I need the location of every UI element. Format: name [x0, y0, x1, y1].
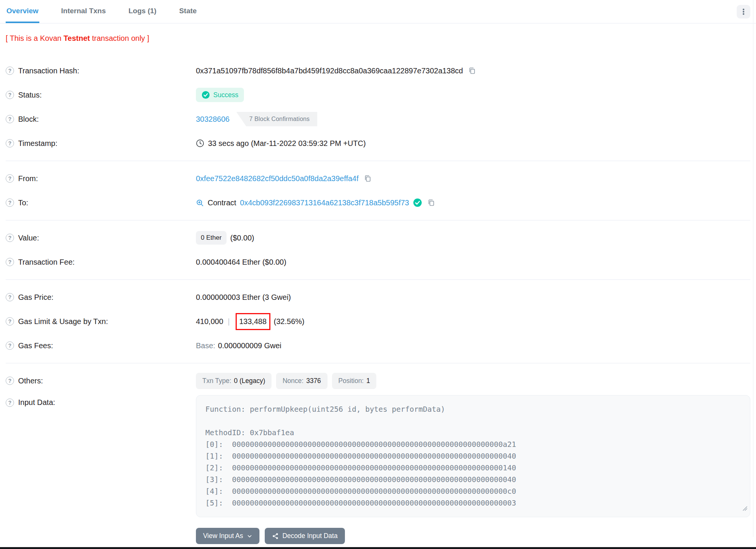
- gas-fees-label: Gas Fees:: [18, 341, 53, 350]
- transaction-fee-value: 0.000400464 Ether ($0.00): [196, 258, 286, 267]
- input-data-line: [2]: 00000000000000000000000000000000000…: [205, 462, 741, 474]
- transaction-fee-label: Transaction Fee:: [18, 258, 75, 267]
- row-to: To: Contract 0x4cb093f226983713164a62138…: [0, 191, 756, 215]
- chevron-down-icon: [247, 533, 252, 539]
- value-label: Value:: [18, 234, 39, 242]
- section-gas: Gas Price: 0.000000003 Ether (3 Gwei) Ga…: [0, 285, 756, 358]
- zoom-in-icon[interactable]: [196, 199, 204, 207]
- section-divider: [6, 363, 750, 363]
- tab-logs[interactable]: Logs (1): [128, 0, 157, 23]
- row-timestamp: Timestamp: 33 secs ago (Mar-11-2022 03:5…: [0, 131, 756, 155]
- help-icon: [6, 258, 14, 266]
- warning-prefix: [ This is a Kovan: [6, 34, 64, 42]
- status-badge: Success: [196, 88, 244, 102]
- input-data-line: [4]: 00000000000000000000000000000000000…: [205, 485, 741, 497]
- gas-limit-value: 410,000: [196, 317, 223, 326]
- row-from: From: 0xfee7522e8482682cf50ddc50a0f8da2a…: [0, 166, 756, 191]
- status-text: Success: [213, 91, 238, 99]
- from-label: From:: [18, 174, 38, 183]
- block-number-link[interactable]: 30328606: [196, 115, 230, 124]
- txn-type-badge: Txn Type: 0 (Legacy): [196, 373, 272, 389]
- transaction-details-page: Overview Internal Txns Logs (1) State [ …: [0, 0, 756, 549]
- decode-icon: [272, 533, 279, 540]
- tab-state[interactable]: State: [179, 0, 197, 23]
- row-gas-price: Gas Price: 0.000000003 Ether (3 Gwei): [0, 285, 756, 309]
- timestamp-label: Timestamp:: [18, 139, 57, 148]
- gas-price-label: Gas Price:: [18, 293, 53, 302]
- page-right-border: [753, 0, 753, 537]
- tab-overview[interactable]: Overview: [6, 0, 39, 23]
- clock-icon: [196, 139, 204, 147]
- copy-icon[interactable]: [364, 175, 371, 182]
- help-icon: [6, 317, 14, 326]
- help-icon: [6, 293, 14, 301]
- help-icon: [6, 91, 14, 99]
- transaction-hash-label: Transaction Hash:: [18, 67, 79, 75]
- to-contract-prefix: Contract: [208, 199, 236, 207]
- help-icon: [6, 399, 14, 407]
- warning-bold: Testnet: [64, 34, 90, 42]
- input-data-line: [5]: 00000000000000000000000000000000000…: [205, 497, 741, 509]
- kebab-menu-button[interactable]: [737, 5, 750, 19]
- row-others: Others: Txn Type: 0 (Legacy) Nonce: 3376…: [0, 369, 756, 393]
- others-label: Others:: [18, 377, 43, 385]
- input-data-line: [205, 415, 741, 427]
- decode-input-data-button[interactable]: Decode Input Data: [265, 528, 345, 544]
- row-transaction-hash: Transaction Hash: 0x371a51097fb78df856f8…: [0, 59, 756, 83]
- help-icon: [6, 115, 14, 123]
- gas-limit-label: Gas Limit & Usage by Txn:: [18, 317, 108, 326]
- section-divider: [6, 161, 750, 161]
- input-data-line: MethodID: 0x7bbaf1ea: [205, 427, 741, 439]
- section-divider: [6, 279, 750, 280]
- block-confirmations-badge: 7 Block Confirmations: [236, 112, 317, 126]
- help-icon: [6, 199, 14, 207]
- from-address-link[interactable]: 0xfee7522e8482682cf50ddc50a0f8da2a39effa…: [196, 174, 359, 183]
- bottom-edge-bar: [0, 547, 756, 549]
- gas-separator: |: [228, 317, 230, 326]
- row-transaction-fee: Transaction Fee: 0.000400464 Ether ($0.0…: [0, 250, 756, 274]
- check-circle-icon: [202, 91, 210, 99]
- gas-used-value-highlighted: 133,488: [236, 313, 270, 330]
- warning-suffix: transaction only ]: [90, 34, 149, 42]
- input-data-label: Input Data:: [18, 398, 55, 407]
- help-icon: [6, 341, 14, 350]
- timestamp-value: 33 secs ago (Mar-11-2022 03:59:32 PM +UT…: [208, 139, 366, 148]
- input-data-line: Function: performUpkeep(uint256 id, byte…: [205, 403, 741, 415]
- vertical-ellipsis-icon: [740, 8, 747, 16]
- help-icon: [6, 234, 14, 242]
- gas-fees-base-value: 0.000000009 Gwei: [218, 341, 281, 350]
- resize-handle-icon[interactable]: [742, 502, 747, 514]
- tab-internal-txns[interactable]: Internal Txns: [61, 0, 107, 23]
- help-icon: [6, 377, 14, 385]
- section-others-input: Others: Txn Type: 0 (Legacy) Nonce: 3376…: [0, 369, 756, 549]
- gas-fees-base-label: Base:: [196, 341, 215, 350]
- value-usd: ($0.00): [230, 234, 254, 242]
- gas-price-value: 0.000000003 Ether (3 Gwei): [196, 293, 291, 302]
- verified-check-icon: [413, 198, 422, 207]
- section-divider: [6, 220, 750, 220]
- copy-icon[interactable]: [427, 199, 435, 206]
- section-addresses: From: 0xfee7522e8482682cf50ddc50a0f8da2a…: [0, 166, 756, 215]
- view-input-as-button[interactable]: View Input As: [196, 528, 259, 544]
- input-data-line: [3]: 00000000000000000000000000000000000…: [205, 474, 741, 485]
- section-value: Value: 0 Ether ($0.00) Transaction Fee: …: [0, 226, 756, 274]
- help-icon: [6, 67, 14, 75]
- to-address-link[interactable]: 0x4cb093f226983713164a62138c3f718a5b595f…: [240, 199, 409, 207]
- row-gas-limit-usage: Gas Limit & Usage by Txn: 410,000 | 133,…: [0, 309, 756, 333]
- block-label: Block:: [18, 115, 39, 124]
- row-block: Block: 30328606 7 Block Confirmations: [0, 107, 756, 131]
- testnet-warning: [ This is a Kovan Testnet transaction on…: [0, 23, 756, 50]
- nonce-badge: Nonce: 3376: [276, 373, 327, 389]
- row-input-data: Input Data: Function: performUpkeep(uint…: [0, 395, 756, 544]
- to-label: To:: [18, 199, 28, 207]
- row-gas-fees: Gas Fees: Base: 0.000000009 Gwei: [0, 333, 756, 358]
- tab-bar: Overview Internal Txns Logs (1) State: [0, 0, 756, 23]
- row-status: Status: Success: [0, 83, 756, 107]
- help-icon: [6, 174, 14, 183]
- row-value: Value: 0 Ether ($0.00): [0, 226, 756, 250]
- position-badge: Position: 1: [332, 373, 377, 389]
- copy-icon[interactable]: [468, 67, 476, 74]
- status-label: Status:: [18, 91, 42, 99]
- input-data-textarea[interactable]: Function: performUpkeep(uint256 id, byte…: [196, 395, 750, 517]
- section-overview-top: Transaction Hash: 0x371a51097fb78df856f8…: [0, 59, 756, 155]
